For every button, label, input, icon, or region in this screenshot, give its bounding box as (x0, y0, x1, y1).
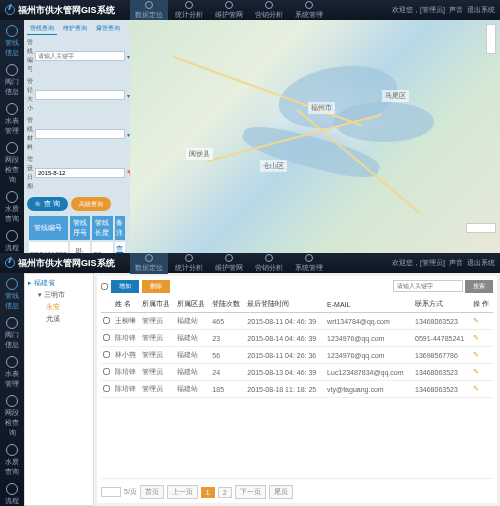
system-icon (305, 1, 313, 9)
sidebar-quality[interactable]: 水质查询 (2, 442, 22, 479)
pipeline-icon (6, 25, 18, 37)
map-zoom-ctrl[interactable] (486, 24, 496, 54)
select-all-checkbox[interactable] (101, 283, 108, 290)
pipe-mat-input[interactable] (35, 129, 125, 139)
app-logo-icon (5, 5, 15, 15)
pipe-size-input[interactable] (35, 90, 125, 100)
nav-maintain[interactable]: 维护管网 (210, 0, 248, 21)
top-nav: 数据定位 统计分析 维护管网 营销分析 系统管理 (130, 0, 328, 21)
segment-icon (6, 395, 18, 407)
maintain-icon (225, 1, 233, 9)
locate-icon (145, 1, 153, 9)
sidebar-flow[interactable]: 流程 (2, 228, 22, 253)
maintain-icon (225, 254, 233, 262)
quality-icon (6, 191, 18, 203)
delete-button[interactable]: 删除 (142, 280, 170, 293)
search-button[interactable]: 🔍 查 询 (27, 197, 68, 211)
row-checkbox[interactable] (103, 351, 110, 358)
stats-icon (185, 1, 193, 9)
sidebar-pipeline[interactable]: 管线信息 (2, 23, 22, 60)
nav-system[interactable]: 系统管理 (290, 0, 328, 21)
page-prev[interactable]: 上一页 (167, 485, 198, 499)
header-right: 欢迎您，[管理员] 声音 退出系统 (392, 5, 495, 15)
sidebar-meter[interactable]: 水表管理 (2, 354, 22, 391)
page-2[interactable]: 2 (218, 487, 232, 498)
pipeline-icon (6, 278, 18, 290)
welcome-text: 欢迎您，[管理员] (392, 258, 445, 268)
tab-maint-query[interactable]: 维护查询 (60, 23, 90, 35)
user-panel: 增加 删除 搜索 姓 名所属市县所属区县 登陆次数最后登陆时间E-MAIL 联系… (97, 276, 497, 503)
edit-icon[interactable]: ✎ (473, 334, 479, 341)
lbl-pipe-size: 管径大小 (27, 77, 33, 113)
flow-icon (6, 483, 18, 495)
sidebar-valve[interactable]: 阀门信息 (2, 315, 22, 352)
sidebar-flow[interactable]: 流程 (2, 481, 22, 506)
tree-root[interactable]: ▸ 福建省 (28, 277, 90, 289)
app-title: 福州市供水管网GIS系统 (18, 4, 115, 17)
nav-sales[interactable]: 营销分析 (250, 0, 288, 21)
sidebar-quality[interactable]: 水质查询 (2, 189, 22, 226)
page-first[interactable]: 首页 (140, 485, 164, 499)
tree-city[interactable]: ▾ 三明市 (28, 289, 90, 301)
map-view[interactable]: 福州市 仓山区 闽侯县 马尾区 (130, 20, 500, 253)
add-button[interactable]: 增加 (111, 280, 139, 293)
table-row: 陈培锋管理员福建站232015-08-14 04: 46: 391234976@… (101, 330, 493, 347)
system-icon (305, 254, 313, 262)
nav-system[interactable]: 系统管理 (290, 253, 328, 274)
page-next[interactable]: 下一页 (235, 485, 266, 499)
tree-district[interactable]: 永安 (28, 301, 90, 313)
page-jump-input[interactable] (101, 487, 121, 497)
edit-icon[interactable]: ✎ (473, 385, 479, 392)
stats-icon (185, 254, 193, 262)
nav-stats[interactable]: 统计分析 (170, 253, 208, 274)
map-scale (466, 223, 496, 233)
lay-date-input[interactable] (35, 168, 125, 178)
sidebar-segment[interactable]: 网段检查询 (2, 393, 22, 440)
map-place-label: 闽侯县 (186, 148, 213, 160)
table-row: 陈培锋管理员福建站242015-08-13 04: 46: 39Luc12348… (101, 364, 493, 381)
logout-link[interactable]: 退出系统 (467, 5, 495, 15)
page-1[interactable]: 1 (201, 487, 215, 498)
sidebar-meter[interactable]: 水表管理 (2, 101, 22, 138)
edit-icon[interactable]: ✎ (473, 317, 479, 324)
tree-district[interactable]: 尤溪 (28, 313, 90, 325)
table-row: 王柳琳管理员福建站4652015-08-11 04: 46: 39wrt1347… (101, 313, 493, 330)
logout-link[interactable]: 退出系统 (467, 258, 495, 268)
nav-maintain[interactable]: 维护管网 (210, 253, 248, 274)
nav-sales[interactable]: 营销分析 (250, 253, 288, 274)
adv-search-button[interactable]: 高级查询 (71, 197, 111, 211)
pipe-no-input[interactable] (35, 51, 125, 61)
search-button[interactable]: 搜索 (465, 280, 493, 293)
app-header: 福州市供水管网GIS系统 数据定位 统计分析 维护管网 营销分析 系统管理 欢迎… (0, 0, 500, 20)
edit-icon[interactable]: ✎ (473, 368, 479, 375)
sidebar-pipeline[interactable]: 管线信息 (2, 276, 22, 313)
row-checkbox[interactable] (103, 385, 110, 392)
row-checkbox[interactable] (103, 317, 110, 324)
row-checkbox[interactable] (103, 368, 110, 375)
sidebar-segment[interactable]: 网段检查询 (2, 140, 22, 187)
locate-icon (145, 254, 153, 262)
search-input[interactable] (393, 280, 463, 292)
table-row[interactable]: FD24612808f-092339cm查看 (29, 242, 125, 253)
view-link[interactable]: 查看 (116, 245, 123, 253)
valve-icon (6, 64, 18, 76)
page-last[interactable]: 尾页 (269, 485, 293, 499)
lbl-pipe-no: 管线编号 (27, 38, 33, 74)
map-city-label: 福州市 (308, 102, 335, 114)
region-tree: ▸ 福建省 ▾ 三明市 永安 尤溪 (24, 273, 94, 506)
tab-burst-query[interactable]: 爆管查询 (93, 23, 123, 35)
map-place-label: 马尾区 (382, 90, 409, 102)
sidebar: 管线信息 阀门信息 水表管理 网段检查询 水质查询 流程 设备信息 设备数据 (0, 20, 24, 253)
nav-data-locate[interactable]: 数据定位 (130, 0, 168, 21)
sound-link[interactable]: 声音 (449, 258, 463, 268)
sidebar-valve[interactable]: 阀门信息 (2, 62, 22, 99)
edit-icon[interactable]: ✎ (473, 351, 479, 358)
valve-icon (6, 317, 18, 329)
tab-pipe-query[interactable]: 管线查询 (27, 23, 57, 35)
table-row: 陈培锋管理员福建站1852015-08-18 11: 18: 25vty@fag… (101, 381, 493, 398)
nav-stats[interactable]: 统计分析 (170, 0, 208, 21)
pagination: 5/页 首页 上一页 1 2 下一页 尾页 (101, 478, 493, 499)
row-checkbox[interactable] (103, 334, 110, 341)
nav-data-locate[interactable]: 数据定位 (130, 253, 168, 274)
sound-link[interactable]: 声音 (449, 5, 463, 15)
